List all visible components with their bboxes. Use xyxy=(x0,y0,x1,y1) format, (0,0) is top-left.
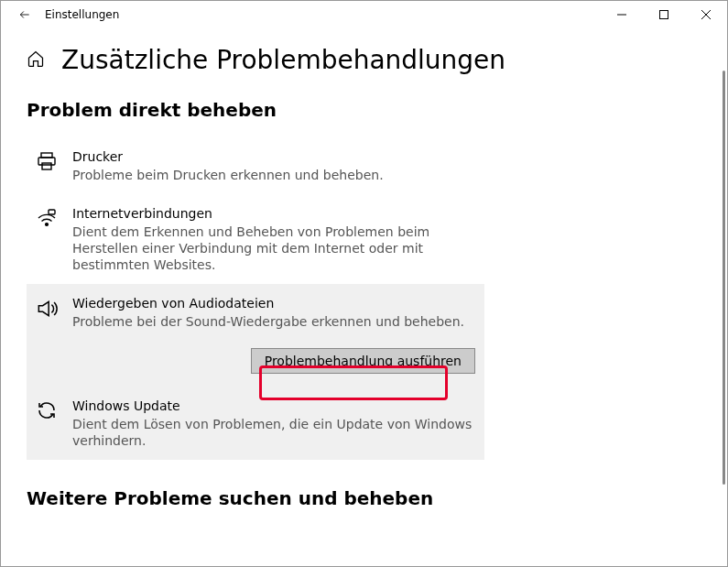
item-title: Windows Update xyxy=(72,398,475,414)
home-icon[interactable] xyxy=(27,49,45,71)
maximize-button[interactable] xyxy=(643,1,685,28)
run-troubleshooter-button[interactable]: Problembehandlung ausführen xyxy=(251,348,475,374)
item-desc: Probleme bei der Sound-Wiedergabe erkenn… xyxy=(72,313,475,330)
troubleshooter-list: Drucker Probleme beim Drucken erkennen u… xyxy=(27,137,484,341)
troubleshooter-printer[interactable]: Drucker Probleme beim Drucken erkennen u… xyxy=(27,137,484,194)
content-area: Zusätzliche Problembehandlungen Problem … xyxy=(1,28,727,566)
titlebar: Einstellungen xyxy=(1,1,727,28)
scrollbar[interactable] xyxy=(723,71,725,485)
svg-point-4 xyxy=(46,224,49,226)
item-desc: Probleme beim Drucken erkennen und beheb… xyxy=(72,167,475,183)
sync-icon xyxy=(34,398,60,421)
svg-rect-5 xyxy=(49,210,55,214)
back-button[interactable] xyxy=(12,2,38,27)
section-heading-fix: Problem direkt beheben xyxy=(27,99,701,121)
page-title: Zusätzliche Problembehandlungen xyxy=(61,45,505,75)
printer-icon xyxy=(34,148,60,172)
window-title: Einstellungen xyxy=(45,8,119,21)
minimize-button[interactable] xyxy=(601,1,643,28)
run-row: Problembehandlung ausführen xyxy=(27,341,484,387)
troubleshooter-internet[interactable]: Internetverbindungen Dient dem Erkennen … xyxy=(27,194,484,284)
item-title: Internetverbindungen xyxy=(72,205,475,222)
svg-rect-1 xyxy=(41,153,52,158)
section-heading-more: Weitere Probleme suchen und beheben xyxy=(27,487,701,509)
item-desc: Dient dem Lösen von Problemen, die ein U… xyxy=(72,416,475,449)
svg-rect-3 xyxy=(42,163,51,169)
svg-rect-0 xyxy=(660,11,668,19)
speaker-icon xyxy=(34,295,60,321)
troubleshooter-audio[interactable]: Wiedergeben von Audiodateien Probleme be… xyxy=(27,284,484,341)
item-title: Wiedergeben von Audiodateien xyxy=(72,295,475,311)
item-desc: Dient dem Erkennen und Beheben von Probl… xyxy=(72,224,475,273)
troubleshooter-windows-update[interactable]: Windows Update Dient dem Lösen von Probl… xyxy=(27,387,484,460)
item-title: Drucker xyxy=(72,148,475,165)
svg-rect-2 xyxy=(38,158,55,165)
wifi-icon xyxy=(34,205,60,229)
close-button[interactable] xyxy=(685,1,727,28)
